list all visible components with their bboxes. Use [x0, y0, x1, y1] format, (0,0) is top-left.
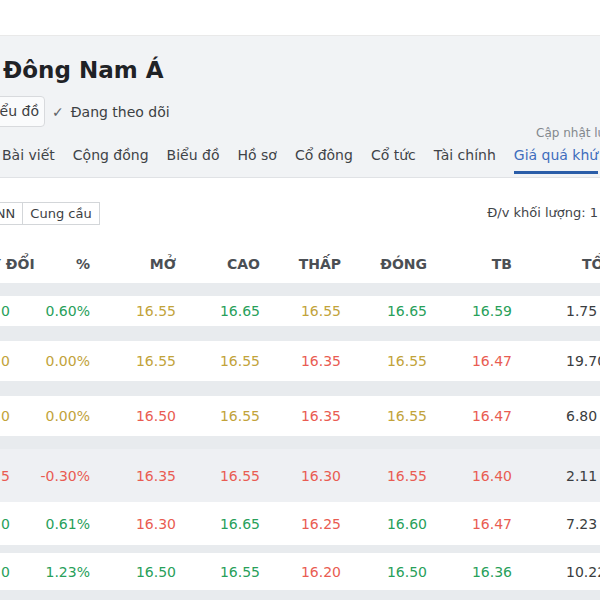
following-label: Đang theo dõi: [71, 104, 170, 120]
cell-change: 0: [0, 516, 10, 532]
cell-close: 16.60: [357, 516, 427, 532]
table-row[interactable]: 01.23%16.5016.5516.2016.5016.3610.22: [0, 553, 600, 590]
table-row[interactable]: 00.00%16.5516.5516.3516.5516.4719.70: [0, 341, 600, 381]
cell-high: 16.65: [190, 303, 260, 319]
cell-close: 16.65: [357, 303, 427, 319]
cell-open: 16.50: [106, 408, 176, 424]
tab-bar: Bài viếtCộng đồngBiểu đồHồ sơCổ đôngCổ t…: [2, 147, 598, 174]
tab-0[interactable]: Bài viết: [2, 147, 55, 174]
cell-avg: 16.47: [442, 408, 512, 424]
cell-open: 16.35: [106, 468, 176, 484]
cell-percent: 0.61%: [20, 516, 90, 532]
cell-high: 16.55: [190, 353, 260, 369]
cell-total: 10.22: [566, 564, 600, 580]
row-separator: [0, 545, 600, 553]
cell-avg: 16.36: [442, 564, 512, 580]
chart-button[interactable]: Biểu đồ: [0, 96, 45, 127]
cell-low: 16.55: [271, 303, 341, 319]
cell-percent: 0.60%: [20, 303, 90, 319]
cell-change: 0: [0, 353, 10, 369]
table-header-row: THAY ĐỔI%MỞCAOTHẤPĐÓNGTBTỔNG: [0, 245, 600, 283]
cell-high: 16.65: [190, 516, 260, 532]
cell-change: 5: [0, 468, 10, 484]
column-header-low: THẤP: [271, 256, 341, 272]
cell-low: 16.35: [271, 408, 341, 424]
cell-close: 16.50: [357, 564, 427, 580]
page-title: Đông Nam Á: [3, 57, 163, 83]
row-separator: [0, 436, 600, 449]
cell-low: 16.20: [271, 564, 341, 580]
column-header-open: MỞ: [106, 256, 176, 272]
row-separator: [0, 283, 600, 296]
table-row[interactable]: 00.61%16.3016.6516.2516.6016.477.23: [0, 502, 600, 545]
column-header-close: ĐÓNG: [357, 256, 427, 272]
supply-demand-filter-button[interactable]: Cung cầu: [22, 202, 100, 225]
column-header-high: CAO: [190, 256, 260, 272]
cell-high: 16.55: [190, 468, 260, 484]
cell-percent: -0.30%: [20, 468, 90, 484]
cell-total: 1.75: [566, 303, 600, 319]
cell-low: 16.30: [271, 468, 341, 484]
cell-high: 16.55: [190, 564, 260, 580]
tab-6[interactable]: Tài chính: [434, 147, 496, 174]
cell-percent: 0.00%: [20, 408, 90, 424]
table-row[interactable]: 00.00%16.5016.5516.3516.5516.476.80: [0, 396, 600, 436]
tab-5[interactable]: Cổ tức: [371, 147, 416, 174]
volume-unit-label: Đ/v khối lượng: 1: [470, 205, 598, 220]
cell-open: 16.50: [106, 564, 176, 580]
cell-avg: 16.47: [442, 516, 512, 532]
tab-7[interactable]: Giá quá khứ: [514, 147, 598, 174]
following-button[interactable]: ✓ Đang theo dõi: [52, 101, 170, 123]
cell-close: 16.55: [357, 408, 427, 424]
cell-total: 2.11: [566, 468, 600, 484]
cell-change: 0: [0, 408, 10, 424]
row-separator: [0, 326, 600, 341]
cell-close: 16.55: [357, 468, 427, 484]
column-header-total: TỔNG: [582, 256, 600, 272]
cell-total: 19.70: [566, 353, 600, 369]
row-separator: [0, 381, 600, 396]
table-row[interactable]: 00.60%16.5516.6516.5516.6516.591.75: [0, 296, 600, 326]
nn-filter-button[interactable]: NN: [0, 202, 23, 225]
cell-avg: 16.47: [442, 353, 512, 369]
cell-high: 16.55: [190, 408, 260, 424]
top-bar: [0, 0, 600, 36]
cell-low: 16.25: [271, 516, 341, 532]
cell-percent: 1.23%: [20, 564, 90, 580]
tab-3[interactable]: Hồ sơ: [237, 147, 276, 174]
tab-2[interactable]: Biểu đồ: [167, 147, 220, 174]
cell-change: 0: [0, 564, 10, 580]
column-header-change: THAY ĐỔI: [0, 256, 10, 272]
cell-avg: 16.59: [442, 303, 512, 319]
cell-change: 0: [0, 303, 10, 319]
table-row[interactable]: 5-0.30%16.3516.5516.3016.5516.402.11: [0, 449, 600, 502]
cell-open: 16.30: [106, 516, 176, 532]
row-separator: [0, 590, 600, 600]
cell-open: 16.55: [106, 303, 176, 319]
tab-1[interactable]: Cộng đồng: [73, 147, 149, 174]
tab-4[interactable]: Cổ đông: [295, 147, 353, 174]
check-icon: ✓: [52, 104, 64, 120]
column-header-percent: %: [20, 256, 90, 272]
page: { "header": { "title": "Đông Nam Á", "ch…: [0, 0, 600, 600]
cell-total: 6.80: [566, 408, 600, 424]
updated-at-label: Cập nhật lúc: [536, 126, 600, 140]
cell-low: 16.35: [271, 353, 341, 369]
cell-percent: 0.00%: [20, 353, 90, 369]
cell-avg: 16.40: [442, 468, 512, 484]
cell-open: 16.55: [106, 353, 176, 369]
cell-close: 16.55: [357, 353, 427, 369]
cell-total: 7.23: [566, 516, 600, 532]
column-header-avg: TB: [442, 256, 512, 272]
